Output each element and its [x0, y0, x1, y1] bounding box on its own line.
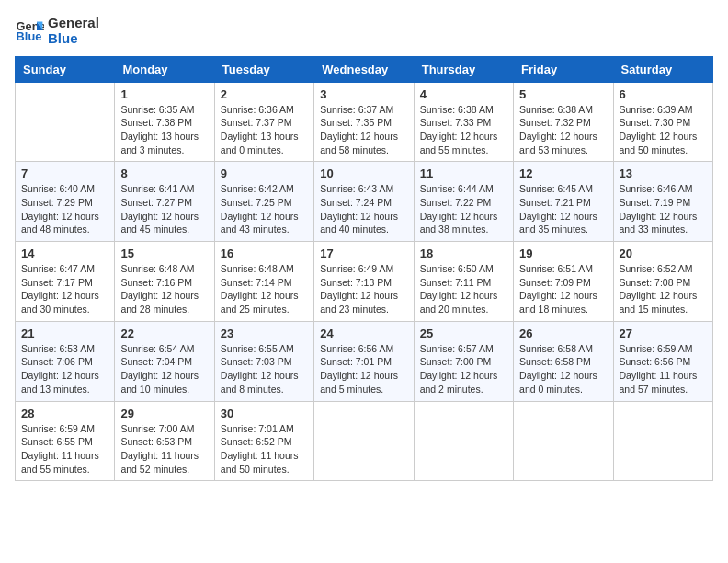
page-header: General Blue General Blue [15, 15, 713, 47]
logo-icon: General Blue [15, 16, 44, 45]
day-info: Sunrise: 7:00 AM Sunset: 6:53 PM Dayligh… [120, 422, 208, 477]
day-info: Sunrise: 7:01 AM Sunset: 6:52 PM Dayligh… [221, 422, 308, 477]
day-info: Sunrise: 6:38 AM Sunset: 7:32 PM Dayligh… [519, 103, 607, 157]
col-header-wednesday: Wednesday [314, 56, 414, 82]
calendar-cell: 28Sunrise: 6:59 AM Sunset: 6:55 PM Dayli… [16, 401, 115, 481]
day-info: Sunrise: 6:48 AM Sunset: 7:16 PM Dayligh… [120, 262, 208, 316]
day-number: 12 [519, 167, 607, 180]
day-info: Sunrise: 6:38 AM Sunset: 7:33 PM Dayligh… [420, 103, 507, 157]
calendar-cell: 14Sunrise: 6:47 AM Sunset: 7:17 PM Dayli… [16, 242, 115, 322]
day-number: 5 [519, 87, 607, 101]
calendar-cell: 13Sunrise: 6:46 AM Sunset: 7:19 PM Dayli… [613, 162, 712, 242]
calendar-cell: 3Sunrise: 6:37 AM Sunset: 7:35 PM Daylig… [314, 82, 414, 162]
day-number: 27 [620, 327, 707, 340]
calendar-cell: 19Sunrise: 6:51 AM Sunset: 7:09 PM Dayli… [514, 242, 613, 322]
calendar-cell: 17Sunrise: 6:49 AM Sunset: 7:13 PM Dayli… [314, 242, 414, 322]
day-number: 18 [420, 247, 507, 260]
calendar-cell: 29Sunrise: 7:00 AM Sunset: 6:53 PM Dayli… [115, 401, 214, 481]
calendar-cell: 24Sunrise: 6:56 AM Sunset: 7:01 PM Dayli… [314, 321, 414, 401]
day-info: Sunrise: 6:48 AM Sunset: 7:14 PM Dayligh… [221, 262, 308, 316]
day-number: 28 [21, 407, 108, 420]
day-number: 13 [620, 167, 707, 180]
day-number: 15 [120, 247, 208, 260]
day-number: 20 [620, 247, 707, 260]
day-number: 10 [320, 167, 407, 180]
calendar-cell: 1Sunrise: 6:35 AM Sunset: 7:38 PM Daylig… [115, 82, 214, 162]
col-header-sunday: Sunday [16, 56, 115, 82]
calendar-cell: 16Sunrise: 6:48 AM Sunset: 7:14 PM Dayli… [214, 242, 313, 322]
logo-text-line1: General [48, 15, 99, 30]
day-info: Sunrise: 6:59 AM Sunset: 6:56 PM Dayligh… [620, 342, 707, 396]
day-info: Sunrise: 6:53 AM Sunset: 7:06 PM Dayligh… [21, 342, 108, 396]
calendar-cell: 21Sunrise: 6:53 AM Sunset: 7:06 PM Dayli… [16, 321, 115, 401]
day-number: 22 [120, 327, 208, 340]
calendar-cell [314, 401, 414, 481]
logo: General Blue General Blue [15, 15, 99, 47]
calendar-cell [613, 401, 712, 481]
day-number: 21 [21, 327, 108, 340]
calendar-cell: 6Sunrise: 6:39 AM Sunset: 7:30 PM Daylig… [613, 82, 712, 162]
calendar-cell: 4Sunrise: 6:38 AM Sunset: 7:33 PM Daylig… [414, 82, 513, 162]
day-number: 17 [320, 247, 407, 260]
calendar-cell: 5Sunrise: 6:38 AM Sunset: 7:32 PM Daylig… [514, 82, 613, 162]
day-info: Sunrise: 6:52 AM Sunset: 7:08 PM Dayligh… [620, 262, 707, 316]
calendar-cell: 11Sunrise: 6:44 AM Sunset: 7:22 PM Dayli… [414, 162, 513, 242]
day-info: Sunrise: 6:50 AM Sunset: 7:11 PM Dayligh… [420, 262, 507, 316]
day-number: 1 [120, 87, 208, 101]
calendar-cell: 23Sunrise: 6:55 AM Sunset: 7:03 PM Dayli… [214, 321, 313, 401]
calendar-cell: 10Sunrise: 6:43 AM Sunset: 7:24 PM Dayli… [314, 162, 414, 242]
calendar-week-3: 14Sunrise: 6:47 AM Sunset: 7:17 PM Dayli… [16, 242, 713, 322]
day-number: 23 [221, 327, 308, 340]
calendar-cell: 2Sunrise: 6:36 AM Sunset: 7:37 PM Daylig… [214, 82, 313, 162]
calendar-week-4: 21Sunrise: 6:53 AM Sunset: 7:06 PM Dayli… [16, 321, 713, 401]
calendar-cell [514, 401, 613, 481]
day-number: 9 [221, 167, 308, 180]
calendar-cell: 25Sunrise: 6:57 AM Sunset: 7:00 PM Dayli… [414, 321, 513, 401]
day-info: Sunrise: 6:45 AM Sunset: 7:21 PM Dayligh… [519, 182, 607, 236]
day-info: Sunrise: 6:51 AM Sunset: 7:09 PM Dayligh… [519, 262, 607, 316]
day-number: 11 [420, 167, 507, 180]
day-info: Sunrise: 6:44 AM Sunset: 7:22 PM Dayligh… [420, 182, 507, 236]
calendar-cell: 9Sunrise: 6:42 AM Sunset: 7:25 PM Daylig… [214, 162, 313, 242]
col-header-tuesday: Tuesday [214, 56, 313, 82]
day-info: Sunrise: 6:57 AM Sunset: 7:00 PM Dayligh… [420, 342, 507, 396]
calendar-cell: 18Sunrise: 6:50 AM Sunset: 7:11 PM Dayli… [414, 242, 513, 322]
day-info: Sunrise: 6:42 AM Sunset: 7:25 PM Dayligh… [221, 182, 308, 236]
calendar-cell: 27Sunrise: 6:59 AM Sunset: 6:56 PM Dayli… [613, 321, 712, 401]
calendar-week-2: 7Sunrise: 6:40 AM Sunset: 7:29 PM Daylig… [16, 162, 713, 242]
day-number: 26 [519, 327, 607, 340]
day-info: Sunrise: 6:58 AM Sunset: 6:58 PM Dayligh… [519, 342, 607, 396]
col-header-monday: Monday [115, 56, 214, 82]
day-number: 24 [320, 327, 407, 340]
day-info: Sunrise: 6:43 AM Sunset: 7:24 PM Dayligh… [320, 182, 407, 236]
calendar-cell: 8Sunrise: 6:41 AM Sunset: 7:27 PM Daylig… [115, 162, 214, 242]
day-number: 29 [120, 407, 208, 420]
calendar-cell [414, 401, 513, 481]
day-number: 8 [120, 167, 208, 180]
day-info: Sunrise: 6:47 AM Sunset: 7:17 PM Dayligh… [21, 262, 108, 316]
calendar-table: SundayMondayTuesdayWednesdayThursdayFrid… [15, 56, 713, 482]
day-info: Sunrise: 6:56 AM Sunset: 7:01 PM Dayligh… [320, 342, 407, 396]
day-info: Sunrise: 6:40 AM Sunset: 7:29 PM Dayligh… [21, 182, 108, 236]
day-info: Sunrise: 6:39 AM Sunset: 7:30 PM Dayligh… [620, 103, 707, 157]
day-number: 14 [21, 247, 108, 260]
calendar-cell: 20Sunrise: 6:52 AM Sunset: 7:08 PM Dayli… [613, 242, 712, 322]
day-info: Sunrise: 6:36 AM Sunset: 7:37 PM Dayligh… [221, 103, 308, 157]
calendar-week-5: 28Sunrise: 6:59 AM Sunset: 6:55 PM Dayli… [16, 401, 713, 481]
day-info: Sunrise: 6:59 AM Sunset: 6:55 PM Dayligh… [21, 422, 108, 477]
col-header-friday: Friday [514, 56, 613, 82]
day-info: Sunrise: 6:46 AM Sunset: 7:19 PM Dayligh… [620, 182, 707, 236]
day-info: Sunrise: 6:55 AM Sunset: 7:03 PM Dayligh… [221, 342, 308, 396]
calendar-cell: 7Sunrise: 6:40 AM Sunset: 7:29 PM Daylig… [16, 162, 115, 242]
calendar-cell: 15Sunrise: 6:48 AM Sunset: 7:16 PM Dayli… [115, 242, 214, 322]
calendar-cell: 12Sunrise: 6:45 AM Sunset: 7:21 PM Dayli… [514, 162, 613, 242]
day-info: Sunrise: 6:37 AM Sunset: 7:35 PM Dayligh… [320, 103, 407, 157]
day-number: 7 [21, 167, 108, 180]
calendar-cell [16, 82, 115, 162]
calendar-cell: 30Sunrise: 7:01 AM Sunset: 6:52 PM Dayli… [214, 401, 313, 481]
day-number: 3 [320, 87, 407, 101]
day-info: Sunrise: 6:54 AM Sunset: 7:04 PM Dayligh… [120, 342, 208, 396]
day-number: 25 [420, 327, 507, 340]
calendar-week-1: 1Sunrise: 6:35 AM Sunset: 7:38 PM Daylig… [16, 82, 713, 162]
col-header-thursday: Thursday [414, 56, 513, 82]
